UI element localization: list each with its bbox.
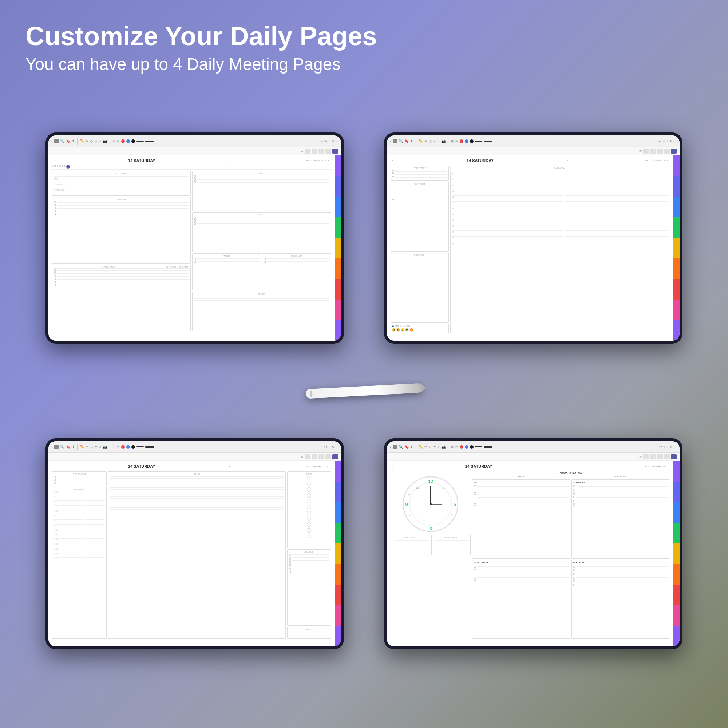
tab-purple-2[interactable] [335, 320, 341, 341]
tab-btn-8[interactable] [657, 148, 663, 154]
schedule-grid: 07 08 09 10 11 12 01 02 [450, 171, 669, 333]
stroke-thin-2[interactable] [475, 141, 482, 142]
urgent-label: URGENT [472, 475, 570, 478]
tab-pink-2[interactable] [673, 300, 680, 320]
color-blue-2[interactable] [465, 139, 468, 143]
tab-blue-3[interactable] [335, 502, 341, 523]
tab-blue[interactable] [335, 197, 341, 217]
tab-pink[interactable] [335, 300, 341, 320]
tab-orange[interactable] [335, 258, 341, 279]
tab-pink-4[interactable] [673, 605, 680, 626]
tab-red[interactable] [335, 279, 341, 300]
tab-strip-2 [673, 155, 680, 341]
grid-icon-2[interactable] [393, 139, 397, 144]
top2-label: TOP 2 TASKS [392, 536, 428, 538]
stroke-thin[interactable] [136, 141, 144, 142]
color-red[interactable] [121, 139, 125, 143]
color-blue[interactable] [126, 139, 130, 143]
tab-btn-17[interactable] [650, 454, 656, 459]
tablet-device-2: ‹ 🔍 🔖 ⬆ ✏️ ✏ ◇ ✒ ○ 📷 ⊞ ✏ [384, 133, 682, 344]
tab-green-3[interactable] [335, 523, 341, 543]
stroke-thin-4[interactable] [475, 446, 482, 447]
tab-yellow-2[interactable] [673, 238, 680, 258]
tab-blue-4[interactable] [673, 502, 680, 523]
tab-purple-6[interactable] [335, 626, 341, 647]
tablet-device-4: ‹ 🔍 🔖 ⬆ ✏️ ✏ ◇ ✒ ○ 📷 ⊞ ✏ [384, 438, 682, 649]
reminders-label: REMINDERS [433, 536, 469, 538]
tab-indigo-2[interactable] [673, 176, 680, 197]
tab-orange-3[interactable] [335, 564, 341, 585]
notes-bottom-label: NOTES [289, 628, 329, 630]
color-black-4[interactable] [470, 445, 474, 449]
svg-point-4 [430, 503, 432, 505]
tab-indigo-3[interactable] [335, 482, 341, 502]
tab-purple-7[interactable] [673, 461, 680, 482]
tab-orange-4[interactable] [673, 564, 680, 585]
tab-yellow-3[interactable] [335, 543, 341, 564]
color-black-2[interactable] [470, 139, 474, 143]
tab-pink-3[interactable] [335, 605, 341, 626]
stroke-thin-3[interactable] [136, 446, 144, 447]
stroke-medium-3[interactable] [145, 446, 154, 448]
tab-btn-19[interactable] [664, 454, 670, 459]
bottom-tasks-row: TOP 2 TASKS REMINDERS [391, 535, 471, 555]
tab-red-4[interactable] [673, 584, 680, 605]
tab-btn-4[interactable] [326, 148, 331, 154]
tab-btn-15[interactable] [332, 454, 338, 459]
tab-btn-7[interactable] [650, 148, 656, 154]
top3-tasks-section: TOP 3 TASKS [391, 166, 449, 180]
color-red-2[interactable] [460, 139, 463, 143]
tab-green-2[interactable] [673, 217, 680, 238]
grid-icon-3[interactable] [54, 445, 59, 449]
planner-content-3: ‹ 14 SATURDAY › W52 JANUARY 2025 TOP 3 T… [48, 461, 341, 647]
color-blue-3[interactable] [126, 445, 130, 449]
tab-btn-20[interactable] [671, 454, 677, 459]
tab-btn-18[interactable] [657, 454, 663, 459]
planner-content-2: ‹ 14 SATURDAY › W52 JANUARY 2025 TOP 3 T… [387, 155, 680, 341]
tab-green-4[interactable] [673, 523, 680, 543]
tab-btn-3[interactable] [318, 148, 324, 154]
tab-purple-4[interactable] [673, 320, 680, 341]
tab-btn-11[interactable] [305, 454, 310, 459]
tab-blue-2[interactable] [673, 197, 680, 217]
schedule-label-3: SCHEDULE [54, 488, 105, 491]
tab-purple[interactable] [335, 155, 341, 176]
tab-purple-3[interactable] [673, 155, 680, 176]
tab-btn-10[interactable] [671, 148, 677, 154]
color-black[interactable] [132, 139, 135, 143]
color-red-4[interactable] [460, 445, 463, 449]
color-blue-4[interactable] [465, 445, 468, 449]
steps-row: 👣 STEPS 🌙 SLEEP [392, 325, 447, 327]
tab-purple-5[interactable] [335, 461, 341, 482]
meeting-layout: LOCATION TIME SUBJECT: ATTENDEES: [50, 170, 332, 333]
color-black-3[interactable] [132, 445, 135, 449]
stroke-medium-2[interactable] [484, 141, 492, 142]
tab-btn-2[interactable] [312, 148, 317, 154]
todo-label: TO DO LIST [263, 255, 329, 257]
tab-red-2[interactable] [673, 279, 680, 300]
tab-yellow[interactable] [335, 238, 341, 258]
tab-btn-16[interactable] [643, 454, 649, 459]
tab-btn-13[interactable] [318, 454, 324, 459]
tab-red-3[interactable] [335, 584, 341, 605]
stroke-medium[interactable] [145, 141, 154, 142]
color-red-3[interactable] [121, 445, 125, 449]
tab-btn-12[interactable] [312, 454, 317, 459]
tab-btn-14[interactable] [326, 454, 331, 459]
tab-purple-8[interactable] [673, 626, 680, 647]
tab-indigo[interactable] [335, 176, 341, 197]
tab-btn-5[interactable] [332, 148, 338, 154]
tablet-screen-1: ‹ 🔍 🔖 ⬆ ✏️ ✏ ◇ ✒ ○ 📷 ⊞ ✏ [48, 135, 341, 341]
grid-icon[interactable] [54, 139, 59, 144]
tab-yellow-4[interactable] [673, 543, 680, 564]
tab-green[interactable] [335, 217, 341, 238]
tab-orange-2[interactable] [673, 258, 680, 279]
planner-content-4: ‹ 14 SATURDAY › W52 JANUARY 2025 [387, 461, 680, 647]
tab-btn-9[interactable] [664, 148, 670, 154]
tab-btn-1[interactable] [305, 148, 310, 154]
stroke-medium-4[interactable] [484, 446, 492, 448]
grid-icon-4[interactable] [393, 445, 397, 449]
maybe-label: MAYBE [194, 255, 260, 257]
tab-btn-6[interactable] [643, 148, 649, 154]
tab-indigo-4[interactable] [673, 482, 680, 502]
